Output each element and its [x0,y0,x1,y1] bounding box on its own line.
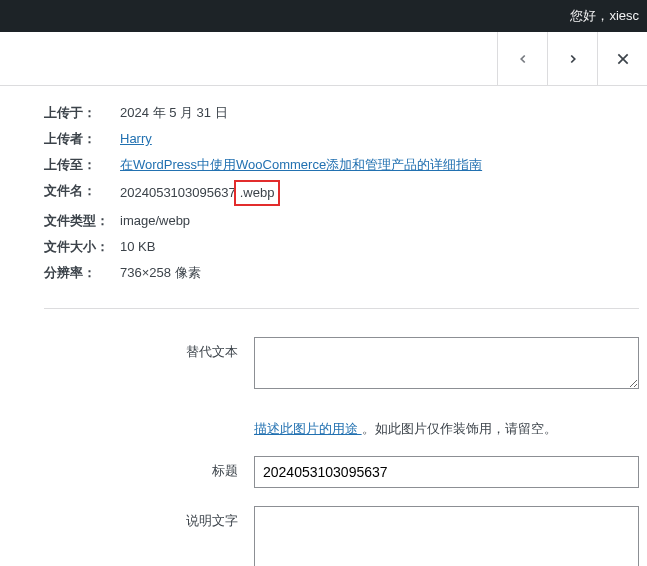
caption-input[interactable] [254,506,639,566]
meta-label: 上传者： [44,128,120,150]
filename-base: 2024053103095637 [120,182,236,204]
modal-nav-row [0,32,647,86]
alt-text-label: 替代文本 [44,337,254,392]
meta-uploaded-to: 上传至： 在WordPress中使用WooCommerce添加和管理产品的详细指… [44,154,639,176]
prev-button[interactable] [497,32,547,85]
meta-label: 上传至： [44,154,120,176]
attachment-details: 上传于： 2024 年 5 月 31 日 上传者： Harry 上传至： 在Wo… [0,86,647,566]
attached-post-link[interactable]: 在WordPress中使用WooCommerce添加和管理产品的详细指南 [120,154,482,176]
alt-text-row: 替代文本 [44,337,639,392]
meta-label: 上传于： [44,102,120,124]
alt-help-row: 描述此图片的用途 。如此图片仅作装饰用，请留空。 [44,410,639,438]
caption-label: 说明文字 [44,506,254,566]
meta-value: 2024 年 5 月 31 日 [120,102,228,124]
meta-uploaded-on: 上传于： 2024 年 5 月 31 日 [44,102,639,124]
title-label: 标题 [44,456,254,488]
uploader-link[interactable]: Harry [120,128,152,150]
meta-label: 分辨率： [44,262,120,284]
caption-row: 说明文字 [44,506,639,566]
meta-value: 736×258 像素 [120,262,201,284]
chevron-left-icon [516,52,530,66]
meta-label: 文件名： [44,180,120,206]
close-icon [615,51,631,67]
chevron-right-icon [566,52,580,66]
title-input[interactable] [254,456,639,488]
filename-extension-highlight: .webp [234,180,281,206]
alt-help-rest: 。如此图片仅作装饰用，请留空。 [362,421,557,436]
meta-filesize: 文件大小： 10 KB [44,236,639,258]
admin-topbar: 您好，xiesc [0,0,647,32]
meta-dimensions: 分辨率： 736×258 像素 [44,262,639,284]
next-button[interactable] [547,32,597,85]
meta-value: 10 KB [120,236,155,258]
title-row: 标题 [44,456,639,488]
alt-help-text: 描述此图片的用途 。如此图片仅作装饰用，请留空。 [254,420,639,438]
close-button[interactable] [597,32,647,85]
filename-value: 2024053103095637.webp [120,180,280,206]
section-divider [44,308,639,309]
meta-filename: 文件名： 2024053103095637.webp [44,180,639,206]
topbar-greeting: 您好，xiesc [570,8,639,23]
meta-uploaded-by: 上传者： Harry [44,128,639,150]
alt-text-input[interactable] [254,337,639,389]
alt-help-link[interactable]: 描述此图片的用途 [254,421,362,436]
meta-filetype: 文件类型： image/webp [44,210,639,232]
meta-label: 文件类型： [44,210,120,232]
meta-label: 文件大小： [44,236,120,258]
meta-value: image/webp [120,210,190,232]
